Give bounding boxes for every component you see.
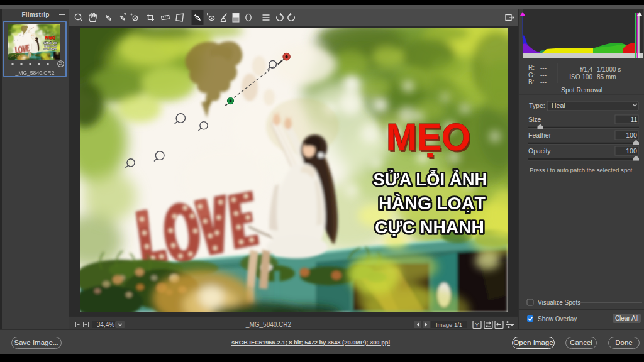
svg-text:11: 11 xyxy=(631,116,638,123)
svg-text:---: --- xyxy=(540,79,547,85)
svg-text:f/1,4: f/1,4 xyxy=(580,66,593,73)
svg-text:Size: Size xyxy=(528,116,541,123)
svg-text:G:: G: xyxy=(528,72,535,79)
svg-text:85 mm: 85 mm xyxy=(597,74,616,80)
svg-text:Spot Removal: Spot Removal xyxy=(561,86,602,94)
svg-text:Press / to auto patch the sele: Press / to auto patch the selected spot. xyxy=(530,167,634,173)
svg-text:34,4%: 34,4% xyxy=(97,321,114,328)
svg-text:B:: B: xyxy=(528,79,534,85)
svg-text:Heal: Heal xyxy=(552,102,565,109)
svg-text:HÀNG LOẠT: HÀNG LOẠT xyxy=(379,194,486,213)
svg-text:Y: Y xyxy=(475,321,479,328)
svg-text:1/1000 s: 1/1000 s xyxy=(597,66,621,73)
svg-text:100: 100 xyxy=(626,147,637,155)
svg-text:Type:: Type: xyxy=(529,102,545,109)
svg-text:Clear All: Clear All xyxy=(615,315,638,322)
svg-text:MẸO: MẸO xyxy=(386,115,470,158)
svg-text:Show Overlay: Show Overlay xyxy=(538,315,577,322)
svg-text:Opacity: Opacity xyxy=(528,147,551,155)
svg-text:R:: R: xyxy=(528,64,535,71)
svg-text:Visualize Spots: Visualize Spots xyxy=(538,299,580,306)
svg-text:---: --- xyxy=(540,64,547,71)
svg-text:100: 100 xyxy=(626,131,637,139)
svg-text:ISO 100: ISO 100 xyxy=(569,74,592,80)
svg-text:Image 1/1: Image 1/1 xyxy=(436,321,462,328)
svg-text:_MG_5840.CR2: _MG_5840.CR2 xyxy=(245,321,292,328)
svg-text:SỬA LỖI ẢNH: SỬA LỖI ẢNH xyxy=(374,169,487,189)
svg-text:---: --- xyxy=(540,72,547,79)
svg-text:CỰC NHANH: CỰC NHANH xyxy=(375,217,484,237)
svg-text:Feather: Feather xyxy=(528,131,552,139)
